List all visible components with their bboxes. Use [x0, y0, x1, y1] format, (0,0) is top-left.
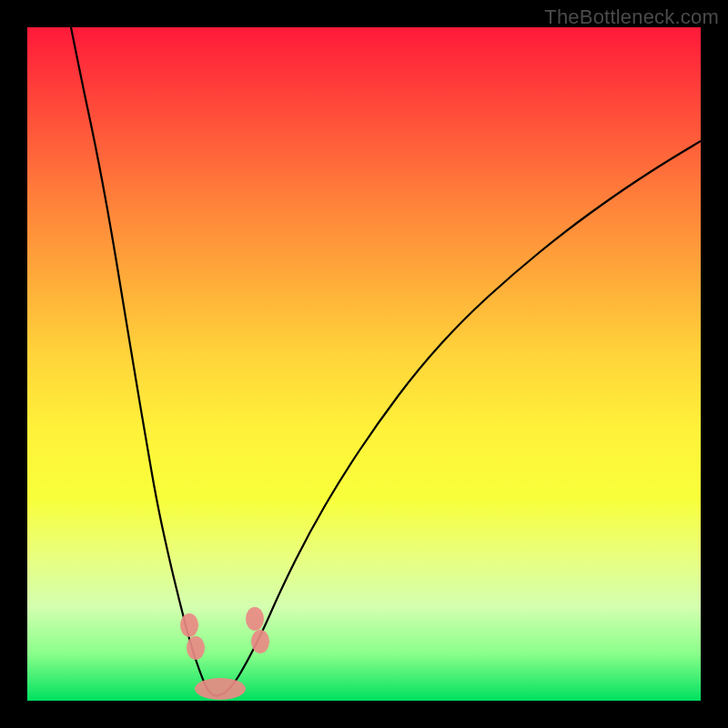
canvas-wrap: TheBottleneck.com [0, 0, 728, 728]
left-top-dot [180, 613, 198, 637]
trough-blob [195, 678, 246, 700]
curve-svg [27, 27, 701, 701]
right-bottom-dot [251, 630, 269, 653]
right-top-dot [246, 607, 264, 631]
left-bottom-dot [187, 636, 205, 660]
bottleneck-curve [71, 27, 701, 696]
plot-area [27, 27, 701, 701]
watermark-text: TheBottleneck.com [544, 5, 719, 29]
